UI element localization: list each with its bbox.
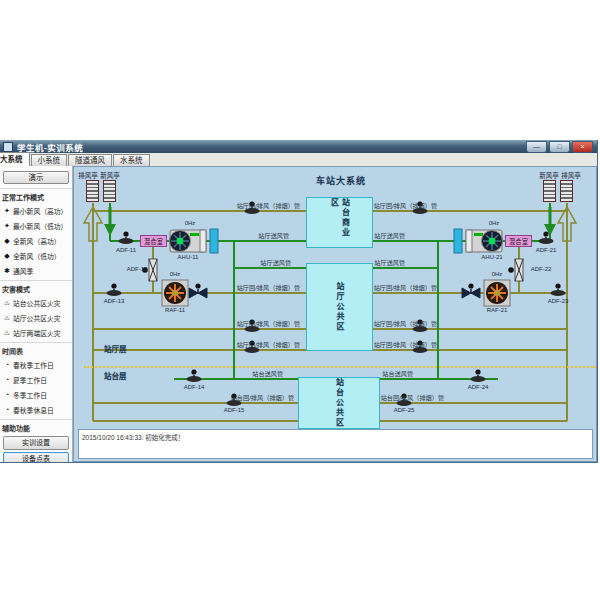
canvas-title: 车站大系统 (296, 174, 386, 187)
duct-label-platform-supply: 站台送风管 (252, 369, 283, 378)
raf-frequency: 0Hz (480, 271, 514, 277)
zone-concourse-public: 站厅公共区 (306, 263, 373, 351)
device-point-table-button[interactable]: 设备点表 (3, 452, 69, 462)
floor-divider-line (84, 366, 596, 368)
damper-tag: ADF-22 (524, 266, 558, 272)
right-exhaust-shaft-label: 排风亭 (559, 170, 583, 180)
demo-button[interactable]: 演示 (3, 171, 69, 184)
page: 学生机-实训系统 — □ × 大系统 小系统 隧道通风 水系统 演示 正常工作模… (0, 0, 600, 600)
mode-min-fresh-high[interactable]: ✦最小新风（高功） (0, 203, 72, 218)
raf-fan-right[interactable] (484, 280, 510, 306)
schedule-springfall-workday[interactable]: ◔春秋季工作日 (0, 357, 72, 372)
message-log: 2015/10/20 16:43:33: 初始化完成！ (78, 429, 593, 459)
fan-mode-icon: ✦ (3, 222, 11, 230)
floor-label-concourse: 站厅层 (104, 343, 127, 354)
minimize-button[interactable]: — (526, 141, 547, 153)
louver-left-fresh (103, 180, 116, 202)
silencer-left (210, 229, 218, 253)
tab-small-system[interactable]: 小系统 (31, 154, 68, 166)
duct-label-platform-return: 站台回/排风（排烟）管 (381, 393, 444, 402)
right-fresh-shaft-label: 新风亭 (537, 170, 561, 180)
section-schedules: 时间表 (0, 342, 72, 357)
ahu-fan-right[interactable] (466, 230, 503, 252)
duct-label-hall-return: 站厅回/排风（排烟）管 (237, 283, 300, 292)
louver-right-fresh (543, 180, 556, 202)
left-exhaust-shaft-label: 排风亭 (76, 170, 100, 180)
section-disaster-modes: 灾害模式 (0, 280, 72, 295)
sidebar: 演示 正常工作模式 ✦最小新风（高功） ✦最小新风（低功） ◆全新风（高功） ◆… (0, 166, 73, 462)
section-aux-functions: 辅助功能 (0, 419, 72, 434)
close-button[interactable]: × (572, 141, 593, 153)
zone-commercial: 站台商业区 (306, 197, 373, 248)
log-entry: 2015/10/20 16:43:33: 初始化完成！ (82, 434, 184, 441)
app-body: 演示 正常工作模式 ✦最小新风（高功） ✦最小新风（低功） ◆全新风（高功） ◆… (0, 166, 597, 462)
louver-left-exhaust (86, 180, 99, 202)
clock-icon: ◔ (3, 391, 11, 398)
damper-tag: ADF-14 (177, 384, 211, 390)
raf-tag: RAF-11 (158, 307, 192, 313)
training-settings-button[interactable]: 实训设置 (3, 436, 69, 450)
mixing-chamber-right[interactable]: 混合室 (505, 235, 532, 247)
damper-tag: ADF-23 (541, 298, 575, 304)
damper-tag: ADF-11 (109, 247, 143, 253)
tab-tunnel-vent[interactable]: 隧道通风 (68, 154, 112, 166)
duct-label-platform-supply: 站台送风管 (382, 369, 413, 378)
mode-full-fresh-high[interactable]: ◆全新风（高功） (0, 233, 72, 248)
clock-icon: ◔ (3, 376, 11, 383)
damper-tag: ADF-15 (217, 407, 251, 413)
fire-icon: ♨ (3, 329, 11, 337)
duct-label-hall-supply: 站厅送风管 (260, 258, 291, 267)
maximize-button[interactable]: □ (549, 141, 570, 153)
mode-concourse-fire[interactable]: ♨站厅公共区火灾 (0, 310, 72, 325)
scada-canvas: 车站大系统 排风亭 新风亭 新风亭 排风亭 站台商业区 站厅公共区 站台公共区 … (73, 166, 597, 462)
mode-min-fresh-low[interactable]: ✦最小新风（低功） (0, 218, 72, 233)
fan-mode-icon: ◆ (3, 237, 11, 245)
mode-concourse-ends-fire[interactable]: ♨站厅两端区火灾 (0, 325, 72, 340)
schedule-springfall-restday[interactable]: ◔春秋季休息日 (0, 402, 72, 417)
damper-tag: ADF-21 (529, 247, 563, 253)
damper-tag: ADF-13 (97, 298, 131, 304)
raf-fan-left[interactable] (162, 280, 188, 306)
fire-icon: ♨ (3, 314, 11, 322)
schedule-summer-workday[interactable]: ◔夏季工作日 (0, 372, 72, 387)
fan-mode-icon: ◆ (3, 252, 11, 260)
ahu-tag: AHU-21 (475, 254, 509, 260)
damper-tag: ADF-24 (461, 384, 495, 390)
duct-label-hall-supply: 站厅送风管 (258, 231, 289, 240)
tab-water-system[interactable]: 水系统 (113, 154, 150, 166)
raf-frequency: 0Hz (158, 271, 192, 277)
duct-label-hall-return: 站厅回/排风（排烟）管 (374, 201, 437, 210)
mode-full-fresh-low[interactable]: ◆全新风（低功） (0, 248, 72, 263)
duct-label-hall-return: 站厅回/排风（排烟）管 (374, 319, 437, 328)
section-normal-modes: 正常工作模式 (0, 188, 72, 203)
duct-label-hall-supply: 站厅送风管 (374, 258, 405, 267)
louver-right-exhaust (560, 180, 573, 202)
duct-label-hall-return: 站厅回/排风（排烟）管 (374, 340, 437, 349)
clock-icon: ◔ (3, 361, 11, 368)
tab-big-system[interactable]: 大系统 (0, 152, 30, 166)
fan-mode-icon: ✦ (3, 207, 11, 215)
window-title: 学生机-实训系统 (17, 141, 83, 153)
ahu-tag: AHU-11 (171, 254, 205, 260)
mode-platform-fire[interactable]: ♨站台公共区火灾 (0, 295, 72, 310)
clock-icon: ◔ (3, 406, 11, 413)
duct-label-hall-return: 站厅回/排风（排烟）管 (237, 340, 300, 349)
duct-label-hall-return: 站厅回/排风（排烟）管 (374, 283, 437, 292)
tab-strip: 大系统 小系统 隧道通风 水系统 (0, 153, 597, 167)
mixing-chamber-left[interactable]: 混合室 (140, 235, 167, 247)
fire-icon: ♨ (3, 299, 11, 307)
duct-label-hall-return: 站厅回/排风（排烟）管 (237, 319, 300, 328)
ahu-fan-left[interactable] (170, 230, 207, 252)
duct-label-hall-supply: 站厅送风管 (374, 231, 405, 240)
duct-label-platform-return: 站台回/排风（排烟）管 (231, 393, 294, 402)
mode-vent-season[interactable]: ✱通风季 (0, 263, 72, 278)
ahu-frequency: 0Hz (477, 220, 511, 226)
schedule-winter-workday[interactable]: ◔冬季工作日 (0, 387, 72, 402)
app-window: 学生机-实训系统 — □ × 大系统 小系统 隧道通风 水系统 演示 正常工作模… (0, 140, 598, 463)
fan-mode-icon: ✱ (3, 267, 11, 275)
silencer-right (454, 229, 462, 253)
damper-tag: ADF-25 (387, 407, 421, 413)
app-icon (3, 142, 13, 152)
zone-platform-public: 站台公共区 (298, 377, 380, 429)
left-fresh-shaft-label: 新风亭 (98, 170, 122, 180)
